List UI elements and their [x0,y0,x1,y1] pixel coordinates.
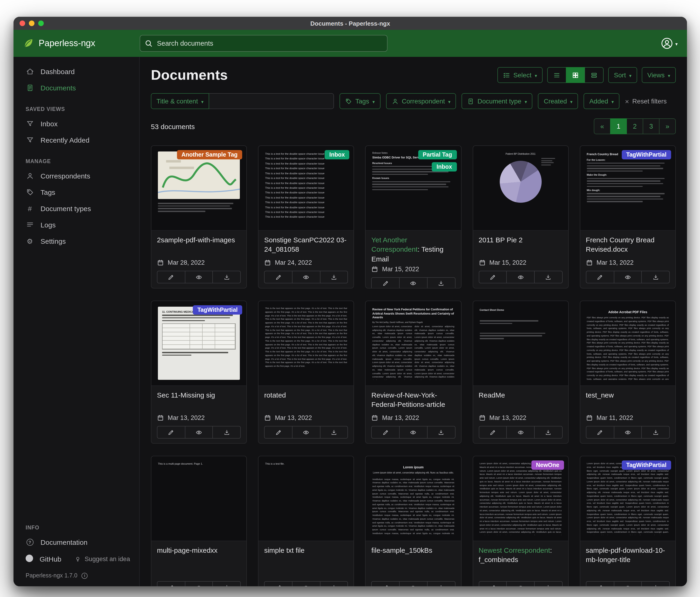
edit-button[interactable] [478,426,507,438]
minimize-button[interactable] [29,21,34,26]
page-3-button[interactable]: 3 [643,118,659,134]
view-button[interactable] [506,271,535,283]
document-thumbnail[interactable]: Lorem ipsum dolor sit amet, consectetur … [580,456,675,541]
views-dropdown[interactable]: Views ▾ [642,67,676,83]
document-title[interactable]: Newest Correspondent: f_combineds [478,546,562,565]
document-thumbnail[interactable]: This is the text that appears on the fir… [258,301,353,386]
page-next-button[interactable]: » [659,118,676,134]
document-thumbnail[interactable]: Lorem ipsum dolor sit amet, consectetur … [473,456,568,541]
document-card[interactable]: Patient BP Distribution 2011 2011 BP Pie… [473,145,569,288]
document-correspondent[interactable]: Yet Another Correspondent [371,236,418,253]
document-card[interactable]: This is a test file. simple txt file [258,456,354,586]
search-input[interactable] [140,35,388,52]
view-button[interactable] [185,426,213,438]
sidebar-item-dashboard[interactable]: Dashboard [14,63,139,80]
edit-button[interactable] [371,581,400,586]
close-button[interactable] [20,21,25,26]
document-thumbnail[interactable]: Review of New York Federal Petitions for… [366,301,461,386]
reset-filters-button[interactable]: × Reset filters [625,97,667,105]
page-1-button[interactable]: 1 [610,118,627,134]
edit-button[interactable] [478,581,507,586]
sidebar-item-tags[interactable]: Tags [14,184,139,200]
sidebar-item-document-types[interactable]: # Document types [14,200,139,217]
sidebar-item-documentation[interactable]: ? Documentation [14,534,139,550]
document-thumbnail[interactable]: Adobe Acrobat PDF FilesPDF files always … [580,301,675,386]
download-button[interactable] [427,426,455,438]
document-title[interactable]: 2011 BP Pie 2 [478,235,562,245]
document-thumbnail[interactable]: Another Sample Tag [151,146,246,231]
document-title[interactable]: simple txt file [264,546,348,555]
tag-badge[interactable]: Another Sample Tag [177,150,242,159]
sidebar-item-github[interactable]: GitHub [26,555,61,564]
edit-button[interactable] [264,426,292,438]
edit-button[interactable] [157,581,185,586]
tag-badge[interactable]: Inbox [325,150,350,159]
tag-badge[interactable]: TagWithPartial [622,460,671,470]
sidebar-item-recently-added[interactable]: Recently Added [14,132,139,148]
view-button[interactable] [399,426,427,438]
created-filter-dropdown[interactable]: Created ▾ [538,93,578,109]
document-thumbnail[interactable]: Release NotesSimba ODBC Driver for SQL S… [366,146,461,231]
document-thumbnail[interactable]: Patient BP Distribution 2011 [473,146,568,231]
document-thumbnail[interactable]: This is a test file. [258,456,353,541]
tag-badge[interactable]: NewOne [531,460,564,470]
view-button[interactable] [614,581,642,586]
edit-button[interactable] [371,426,400,438]
document-card[interactable]: Another Sample Tag 2sample-pdf-with-imag… [151,145,247,288]
document-thumbnail[interactable]: This is a multi page document. Page 1. [151,456,246,541]
view-button[interactable] [614,426,642,438]
edit-button[interactable] [478,271,507,283]
document-title[interactable]: 2sample-pdf-with-images [157,235,241,245]
download-button[interactable] [212,581,241,586]
edit-button[interactable] [371,277,400,289]
document-card[interactable]: Adobe Acrobat PDF FilesPDF files always … [580,301,676,444]
document-card[interactable]: Release NotesSimba ODBC Driver for SQL S… [365,145,461,288]
grid-view-button[interactable] [566,67,585,83]
detail-view-button[interactable] [584,67,604,83]
edit-button[interactable] [586,271,614,283]
document-card[interactable]: This is a test for the double space char… [258,145,354,288]
document-title[interactable]: file-sample_150kBs [371,546,455,555]
document-title[interactable]: rotated [264,390,348,400]
sidebar-item-settings[interactable]: ⚙ Settings [14,233,139,249]
edit-button[interactable] [157,271,185,283]
tag-badge[interactable]: TagWithPartial [622,150,671,159]
page-prev-button[interactable]: « [594,118,610,134]
view-button[interactable] [614,271,642,283]
document-title[interactable]: ReadMe [478,390,562,400]
suggest-idea-link[interactable]: Suggest an idea [74,555,130,563]
document-title[interactable]: Yet Another Correspondent: Testing Email [371,235,455,264]
view-button[interactable] [399,277,427,289]
download-button[interactable] [320,271,348,283]
view-button[interactable] [506,426,535,438]
tag-badge[interactable]: Inbox [432,162,457,171]
download-button[interactable] [534,426,562,438]
document-title[interactable]: Review-of-New-York-Federal-Petitions-art… [371,390,455,409]
download-button[interactable] [534,581,562,586]
document-thumbnail[interactable]: Lorem ipsumLorem ipsum dolor sit amet, c… [366,456,461,541]
document-card[interactable]: 11. CONTINUING MEDICAL EDUCA TagWithPart… [151,301,247,444]
download-button[interactable] [427,277,455,289]
view-button[interactable] [506,581,535,586]
document-card[interactable]: Contact Sheet Demo ReadMe Mar 13, 2022 [473,301,569,444]
document-thumbnail[interactable]: 11. CONTINUING MEDICAL EDUCA TagWithPart… [151,301,246,386]
download-button[interactable] [642,581,670,586]
sidebar-item-logs[interactable]: Logs [14,217,139,233]
view-button[interactable] [292,271,320,283]
document-thumbnail[interactable]: French Country BreadFor the Leaven:Make … [580,146,675,231]
info-icon[interactable]: i [81,573,88,579]
document-card[interactable]: This is a multi page document. Page 1. m… [151,456,247,586]
brand[interactable]: Paperless-ngx [23,38,140,49]
sort-dropdown[interactable]: Sort ▾ [608,67,637,83]
download-button[interactable] [320,426,348,438]
select-dropdown[interactable]: Select ▾ [497,67,543,83]
download-button[interactable] [212,426,241,438]
document-title[interactable]: Sec 11-Missing sig [157,390,241,400]
edit-button[interactable] [586,581,614,586]
view-button[interactable] [292,581,320,586]
sidebar-item-documents[interactable]: Documents [14,80,139,96]
download-button[interactable] [534,271,562,283]
list-view-button[interactable] [547,67,566,83]
view-button[interactable] [185,271,213,283]
document-card[interactable]: French Country BreadFor the Leaven:Make … [580,145,676,288]
